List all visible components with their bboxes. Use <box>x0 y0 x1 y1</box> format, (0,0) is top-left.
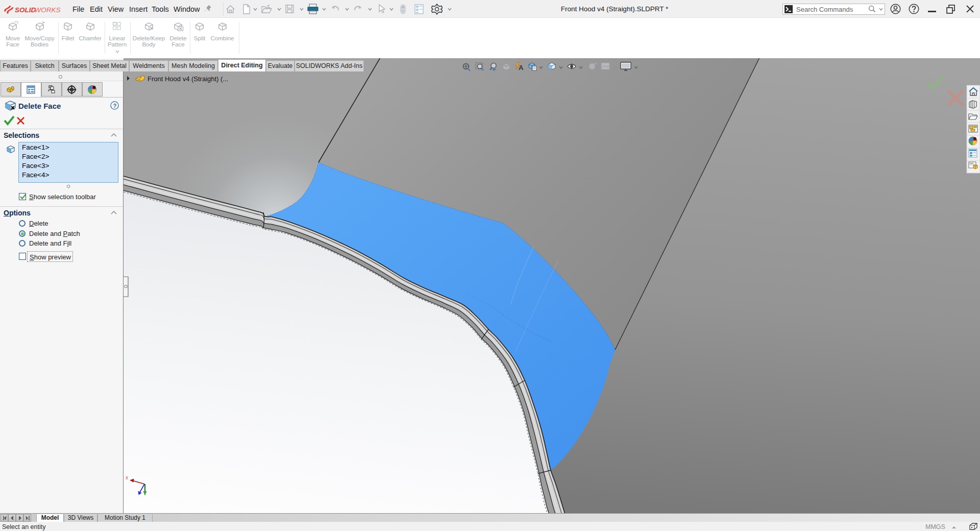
svg-text:x: x <box>126 475 128 480</box>
svg-text:Front Hood v4 (Straight) (...: Front Hood v4 (Straight) (... <box>148 75 228 83</box>
svg-text:?: ? <box>113 103 117 109</box>
svg-text:A: A <box>519 64 524 71</box>
svg-text:SOLID: SOLID <box>15 6 36 14</box>
svg-text:WORKS: WORKS <box>35 6 61 14</box>
